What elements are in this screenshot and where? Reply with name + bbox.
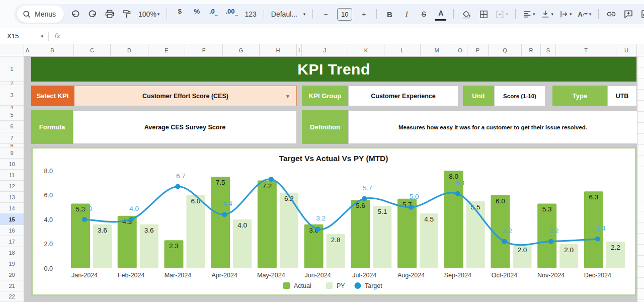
italic-button[interactable]: I <box>401 8 412 21</box>
actual-bar-label: 7.5 <box>216 179 225 186</box>
text-wrap-button[interactable]: ▾ <box>559 8 572 21</box>
row-header-22[interactable]: 22 <box>0 291 24 302</box>
row-header-12[interactable]: 12 <box>0 181 24 192</box>
row-header-20[interactable]: 20 <box>0 269 24 280</box>
font-size-input[interactable]: 10 <box>337 8 352 21</box>
vertical-align-button[interactable]: ▾ <box>541 8 553 21</box>
column-header-B[interactable]: B <box>31 44 74 56</box>
kpi-select-dropdown[interactable]: Customer Effort Score (CES) ▼ <box>74 86 297 106</box>
column-header-O[interactable]: O <box>453 44 467 56</box>
insert-link-button[interactable] <box>606 8 617 21</box>
empty-cells-strip[interactable] <box>637 56 644 302</box>
fill-color-swatch <box>463 17 470 19</box>
row-header-7[interactable]: 7 <box>0 132 24 144</box>
row-header-3[interactable]: 3 <box>0 85 24 106</box>
select-all-corner[interactable] <box>0 44 24 56</box>
y-tick-label: 6.0 <box>44 192 53 199</box>
definition-value: Measures how easy it was for a customer … <box>348 110 637 144</box>
row-header-6[interactable]: 6 <box>0 121 24 132</box>
column-header-F[interactable]: F <box>185 44 223 56</box>
column-header-P[interactable]: P <box>467 44 489 56</box>
column-header-Q[interactable]: Q <box>489 44 522 56</box>
row-header-16[interactable]: 16 <box>0 225 24 236</box>
y-tick-label: 0.0 <box>44 265 53 272</box>
strikethrough-button[interactable]: S <box>418 8 429 21</box>
target-point <box>362 196 367 201</box>
x-category-label: Feb-2024 <box>118 272 145 279</box>
number-format-button[interactable]: 123 <box>245 8 256 21</box>
x-category-label: Apr-2024 <box>211 272 237 279</box>
actual-bar <box>397 199 417 268</box>
actual-bar-label: 2.3 <box>169 242 179 250</box>
row-header-8[interactable]: 8 <box>0 144 24 147</box>
paint-format-button[interactable] <box>121 8 132 21</box>
column-header-G[interactable]: G <box>223 44 260 56</box>
column-header-M[interactable]: M <box>421 44 453 56</box>
kpi-select-value: Customer Effort Score (CES) <box>142 93 228 100</box>
toolbar-pill: Menus 100% ▾ $ % .0← .00→ 123 <box>14 4 644 24</box>
print-button[interactable] <box>104 8 115 21</box>
unit-value: Score (1-10) <box>494 86 545 106</box>
kpi-trend-chart[interactable]: Target Vs Actual Vs PY (MTD)0.02.04.06.0… <box>31 147 636 296</box>
row-header-5[interactable]: 5 <box>0 109 24 121</box>
row-header-18[interactable]: 18 <box>0 247 24 258</box>
row-header-9[interactable]: 9 <box>0 147 24 159</box>
currency-format-button[interactable]: $ <box>174 8 185 21</box>
row-header-15[interactable]: 15 <box>0 214 24 225</box>
row-header-14[interactable]: 14 <box>0 203 24 214</box>
row-headers: 12345678910111213141516171819202122 <box>0 56 24 302</box>
fill-color-button[interactable] <box>461 8 472 21</box>
row-header-21[interactable]: 21 <box>0 280 24 291</box>
decrease-decimal-button[interactable]: .0← <box>208 8 219 21</box>
legend-actual-swatch <box>283 282 290 289</box>
row-header-10[interactable]: 10 <box>0 159 24 170</box>
text-rotate-button[interactable]: A ▾ <box>578 8 591 21</box>
bold-button[interactable]: B <box>384 8 395 21</box>
column-header-C[interactable]: C <box>74 44 111 56</box>
row-header-4[interactable]: 4 <box>0 106 24 109</box>
target-point <box>455 191 460 196</box>
horizontal-align-button[interactable]: ▾ <box>523 8 535 21</box>
row-header-13[interactable]: 13 <box>0 192 24 203</box>
row-header-2[interactable]: 2 <box>0 82 24 85</box>
column-header-A[interactable]: A <box>24 44 31 56</box>
column-header-L[interactable]: L <box>384 44 421 56</box>
formula-value: Average CES Survey Score <box>73 110 297 144</box>
actual-bar <box>351 200 370 268</box>
row-header-17[interactable]: 17 <box>0 236 24 247</box>
column-header-D[interactable]: D <box>111 44 148 56</box>
increase-decimal-button[interactable]: .00→ <box>225 8 238 21</box>
zoom-select[interactable]: 100% ▾ <box>138 8 159 21</box>
target-point <box>502 239 507 244</box>
target-label: 4.0 <box>83 205 93 212</box>
decrease-font-size-button[interactable]: − <box>320 8 331 21</box>
column-header-K[interactable]: K <box>348 44 384 56</box>
text-color-button[interactable]: A <box>435 8 446 21</box>
column-header-H[interactable]: H <box>260 44 297 56</box>
x-category-label: Sep-2024 <box>444 272 471 279</box>
column-header-U[interactable]: U <box>616 44 637 56</box>
borders-button[interactable] <box>478 8 489 21</box>
undo-button[interactable] <box>70 8 81 21</box>
y-tick-label: 2.0 <box>44 241 53 248</box>
redo-button[interactable] <box>87 8 98 21</box>
merge-cells-button[interactable]: ▾ <box>495 8 508 21</box>
column-header-E[interactable]: E <box>148 44 185 56</box>
column-header-R[interactable]: R <box>522 44 541 56</box>
name-box[interactable]: X15 ▾ <box>0 32 43 40</box>
row-header-11[interactable]: 11 <box>0 170 24 181</box>
row-header-1[interactable]: 1 <box>0 56 24 82</box>
row-header-19[interactable]: 19 <box>0 258 24 269</box>
column-header-T[interactable]: T <box>556 44 616 56</box>
insert-chart-button[interactable] <box>640 8 644 21</box>
font-family-select[interactable]: Defaul... ▾ <box>271 8 306 21</box>
menus-search[interactable]: Menus <box>17 6 64 23</box>
x-category-label: Jun-2024 <box>305 272 331 279</box>
percent-format-button[interactable]: % <box>191 8 202 21</box>
insert-comment-button[interactable] <box>623 8 634 21</box>
column-header-S[interactable]: S <box>541 44 556 56</box>
column-header-J[interactable]: J <box>302 44 348 56</box>
increase-font-size-button[interactable]: + <box>358 8 369 21</box>
column-header-I[interactable]: I <box>297 44 302 56</box>
x-category-label: Jan-2024 <box>71 272 98 279</box>
